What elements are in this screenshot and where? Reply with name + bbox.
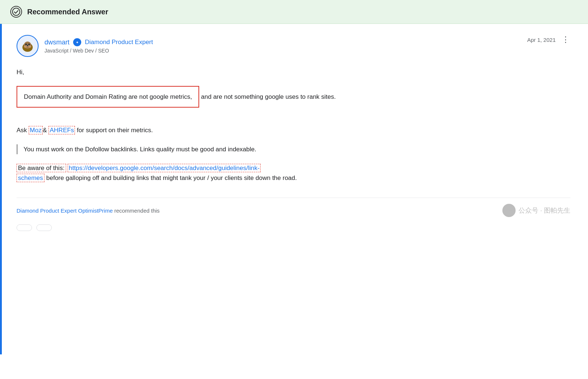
highlight-box: Domain Authority and Domain Rating are n… xyxy=(17,86,199,108)
ahrefs-link[interactable]: AHREFs xyxy=(49,126,75,134)
author-row: dwsmart ✦ Diamond Product Expert JavaScr… xyxy=(17,35,570,57)
author-name-row: dwsmart ✦ Diamond Product Expert xyxy=(44,38,153,46)
schemes-dashed-box: schemes xyxy=(17,174,44,182)
more-menu-button[interactable]: ⋮ xyxy=(562,35,570,44)
recommended-answer-title: Recommended Answer xyxy=(27,8,108,16)
svg-point-9 xyxy=(26,45,27,46)
svg-point-17 xyxy=(510,210,510,211)
recommended-by-link[interactable]: Diamond Product Expert OptimistPrime xyxy=(17,207,114,214)
page-wrapper: Recommended Answer xyxy=(0,0,588,354)
answer-body: dwsmart ✦ Diamond Product Expert JavaScr… xyxy=(2,24,588,354)
action-button-2[interactable] xyxy=(36,224,52,231)
bottom-buttons xyxy=(17,224,570,238)
be-aware-dashed-box: Be aware of this: xyxy=(17,164,66,172)
be-aware-paragraph: Be aware of this: https://developers.goo… xyxy=(17,163,570,183)
badge-label: Diamond Product Expert xyxy=(85,39,153,46)
post-date: Apr 1, 2021 xyxy=(527,37,556,43)
recommended-footer: Diamond Product Expert OptimistPrime rec… xyxy=(17,198,570,217)
watermark-text: 公众号 · 图帕先生 xyxy=(519,206,570,215)
wechat-icon xyxy=(502,204,516,217)
check-icon xyxy=(10,6,22,18)
svg-point-10 xyxy=(28,45,28,46)
action-button-1[interactable] xyxy=(17,224,32,231)
author-name[interactable]: dwsmart xyxy=(44,39,69,46)
avatar xyxy=(17,35,39,57)
diamond-badge-icon: ✦ xyxy=(73,38,81,46)
meta-right: Apr 1, 2021 ⋮ xyxy=(527,35,570,44)
author-details: dwsmart ✦ Diamond Product Expert JavaScr… xyxy=(44,38,153,54)
author-info: dwsmart ✦ Diamond Product Expert JavaScr… xyxy=(17,35,153,57)
recommended-by: Diamond Product Expert OptimistPrime rec… xyxy=(17,207,159,214)
blockquote-section: You must work on the Dofollow backlinks.… xyxy=(17,144,570,154)
svg-point-15 xyxy=(506,209,507,210)
recommended-answer-header: Recommended Answer xyxy=(0,0,588,24)
content-area: dwsmart ✦ Diamond Product Expert JavaScr… xyxy=(0,24,588,354)
svg-point-0 xyxy=(12,8,20,15)
svg-point-18 xyxy=(511,210,512,211)
post-content: Hi, Domain Authority and Domain Rating a… xyxy=(17,67,570,183)
google-link[interactable]: https://developers.google.com/search/doc… xyxy=(68,164,261,172)
svg-point-16 xyxy=(508,209,508,210)
greeting: Hi, xyxy=(17,67,570,77)
schemes-link-text[interactable]: schemes xyxy=(18,174,43,181)
svg-point-6 xyxy=(24,46,27,48)
ask-paragraph: Ask Moz& AHREFs for support on their met… xyxy=(17,125,570,135)
highlight-paragraph: Domain Authority and Domain Rating are n… xyxy=(17,86,570,116)
watermark: 公众号 · 图帕先生 xyxy=(502,204,570,217)
svg-text:✦: ✦ xyxy=(76,40,79,44)
moz-link[interactable]: Moz xyxy=(29,126,43,134)
svg-point-7 xyxy=(28,46,31,48)
author-subtitle: JavaScript / Web Dev / SEO xyxy=(44,48,153,54)
